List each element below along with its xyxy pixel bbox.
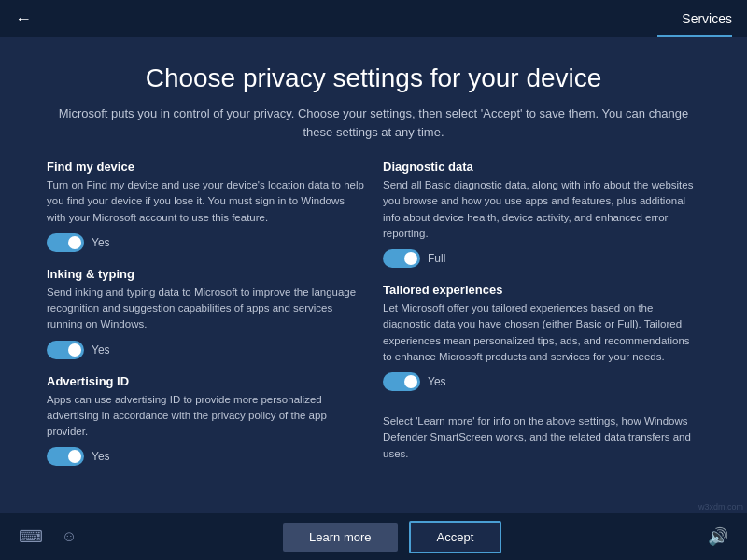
tailored-experiences-toggle[interactable] <box>383 372 420 391</box>
watermark: w3xdm.com <box>698 502 743 511</box>
back-button[interactable]: ← <box>15 9 32 29</box>
main-content: Choose privacy settings for your device … <box>0 37 747 513</box>
settings-area: Find my device Turn on Find my device an… <box>47 160 700 495</box>
inking-typing-title: Inking & typing <box>47 267 364 281</box>
tailored-experiences-title: Tailored experiences <box>383 283 700 297</box>
advertising-id-desc: Apps can use advertising ID to provide m… <box>47 392 364 441</box>
bottom-buttons: Learn more Accept <box>283 521 501 553</box>
tailored-experiences-toggle-label: Yes <box>428 375 446 388</box>
inking-typing-toggle-row: Yes <box>47 341 364 359</box>
services-underline <box>657 35 732 37</box>
find-my-device-desc: Turn on Find my device and use your devi… <box>47 177 364 226</box>
accessibility-icon[interactable]: ☺ <box>62 528 77 545</box>
diagnostic-data-title: Diagnostic data <box>383 160 700 174</box>
diagnostic-data-toggle-row: Full <box>383 249 700 268</box>
settings-col-left: Find my device Turn on Find my device an… <box>47 160 364 495</box>
advertising-id-toggle-label: Yes <box>92 450 110 463</box>
setting-advertising-id: Advertising ID Apps can use advertising … <box>47 374 364 467</box>
find-my-device-toggle-row: Yes <box>47 233 364 252</box>
learn-more-button[interactable]: Learn more <box>283 523 397 552</box>
diagnostic-data-toggle[interactable] <box>383 249 420 268</box>
bottom-left-icons: ⌨ ☺ <box>19 526 77 547</box>
page-title: Choose privacy settings for your device <box>47 63 700 93</box>
setting-find-my-device: Find my device Turn on Find my device an… <box>47 160 364 252</box>
top-bar: ← Services <box>0 0 747 37</box>
inking-typing-toggle[interactable] <box>47 341 84 359</box>
setting-diagnostic-data: Diagnostic data Send all Basic diagnosti… <box>383 160 700 268</box>
inking-typing-desc: Send inking and typing data to Microsoft… <box>47 285 364 333</box>
diagnostic-data-toggle-label: Full <box>428 252 445 265</box>
bottom-bar: ⌨ ☺ Learn more Accept 🔊 <box>0 513 747 560</box>
services-label: Services <box>682 11 732 26</box>
setting-inking-typing: Inking & typing Send inking and typing d… <box>47 267 364 359</box>
keyboard-icon[interactable]: ⌨ <box>19 526 43 547</box>
settings-col-right: Diagnostic data Send all Basic diagnosti… <box>383 160 700 495</box>
tailored-experiences-desc: Let Microsoft offer you tailored experie… <box>383 301 700 365</box>
advertising-id-toggle-row: Yes <box>47 447 364 466</box>
find-my-device-toggle-label: Yes <box>92 236 110 249</box>
volume-icon[interactable]: 🔊 <box>708 526 728 547</box>
find-my-device-title: Find my device <box>47 160 364 174</box>
diagnostic-data-desc: Send all Basic diagnostic data, along wi… <box>383 177 700 242</box>
tailored-experiences-toggle-row: Yes <box>383 372 700 391</box>
find-my-device-toggle[interactable] <box>47 233 84 252</box>
inking-typing-toggle-label: Yes <box>92 343 110 357</box>
advertising-id-toggle[interactable] <box>47 447 84 466</box>
accept-button[interactable]: Accept <box>409 521 502 553</box>
advertising-id-title: Advertising ID <box>47 374 364 388</box>
setting-tailored-experiences: Tailored experiences Let Microsoft offer… <box>383 283 700 391</box>
footer-text: Select 'Learn more' for info on the abov… <box>383 413 700 462</box>
page-subtitle: Microsoft puts you in control of your pr… <box>56 105 691 141</box>
